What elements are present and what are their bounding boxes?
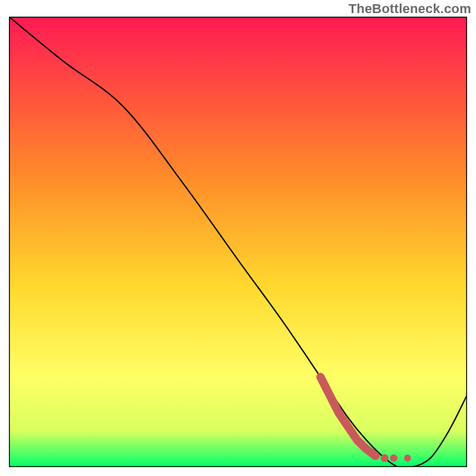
chart-plot-area xyxy=(9,17,467,467)
highlight-dot xyxy=(404,455,411,462)
gradient-background xyxy=(9,17,467,467)
highlight-dot xyxy=(390,455,397,462)
chart-frame: TheBottleneck.com xyxy=(0,0,476,476)
watermark-text: TheBottleneck.com xyxy=(349,1,471,17)
highlight-dot xyxy=(371,452,380,460)
highlight-dot xyxy=(381,454,389,462)
chart-svg xyxy=(9,17,467,467)
